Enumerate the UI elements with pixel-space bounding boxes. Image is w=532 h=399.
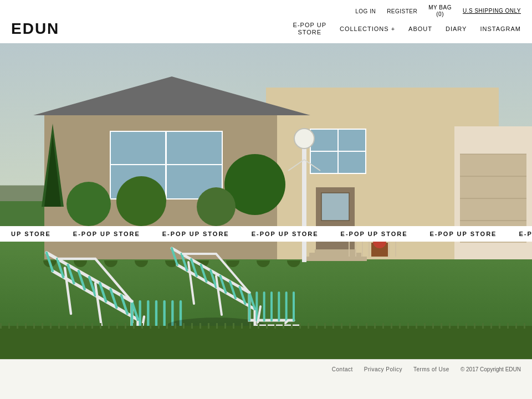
- footer-copyright: © 2017 Copyright EDUN: [461, 366, 521, 372]
- marquee-item: E-POP UP STORE: [62, 231, 151, 237]
- footer-privacy[interactable]: Privacy Policy: [364, 366, 402, 372]
- epopup-line2: STORE: [293, 29, 326, 36]
- epopup-line1: E-POP UP: [293, 22, 326, 29]
- nav-collections[interactable]: COLLECTIONS +: [340, 25, 395, 32]
- my-bag: MY BAG (0): [428, 4, 452, 18]
- footer-contact[interactable]: Contact: [332, 366, 353, 372]
- marquee-item: E-POP UP STORE: [508, 231, 532, 237]
- hero-canvas: [0, 43, 532, 359]
- marquee-item: E-POP UP STORE: [330, 231, 419, 237]
- my-bag-label: MY BAG: [428, 4, 452, 11]
- site-footer: Contact Privacy Policy Terms of Use © 20…: [0, 359, 532, 379]
- nav-diary[interactable]: DIARY: [446, 25, 467, 32]
- marquee-item: E-POP UP STORE: [419, 231, 508, 237]
- nav-instagram[interactable]: INSTAGRAM: [480, 25, 521, 32]
- footer-terms[interactable]: Terms of Use: [413, 366, 449, 372]
- top-bar: LOG IN REGISTER MY BAG (0) U.S SHIPPING …: [0, 0, 532, 20]
- marquee-item: E-POP UP STORE: [241, 231, 330, 237]
- marquee-item: E-POP UP STORE: [151, 231, 241, 237]
- marquee-inner: UP STORE E-POP UP STORE E-POP UP STORE E…: [0, 231, 532, 237]
- site-header: LOG IN REGISTER MY BAG (0) U.S SHIPPING …: [0, 0, 532, 43]
- nav-about[interactable]: ABOUT: [408, 25, 432, 32]
- us-shipping[interactable]: U.S SHIPPING ONLY: [463, 8, 521, 14]
- main-navigation: E-POP UP STORE COLLECTIONS + ABOUT DIARY…: [293, 22, 521, 36]
- marquee-banner: UP STORE E-POP UP STORE E-POP UP STORE E…: [0, 226, 532, 242]
- marquee-item: UP STORE: [0, 231, 62, 237]
- site-logo[interactable]: EDUN: [11, 20, 59, 38]
- hero-section: UP STORE E-POP UP STORE E-POP UP STORE E…: [0, 43, 532, 359]
- register-link[interactable]: REGISTER: [387, 8, 417, 14]
- login-link[interactable]: LOG IN: [355, 8, 376, 14]
- my-bag-count: (0): [428, 11, 452, 18]
- main-nav-bar: EDUN E-POP UP STORE COLLECTIONS + ABOUT …: [0, 20, 532, 43]
- nav-epopup[interactable]: E-POP UP STORE: [293, 22, 326, 36]
